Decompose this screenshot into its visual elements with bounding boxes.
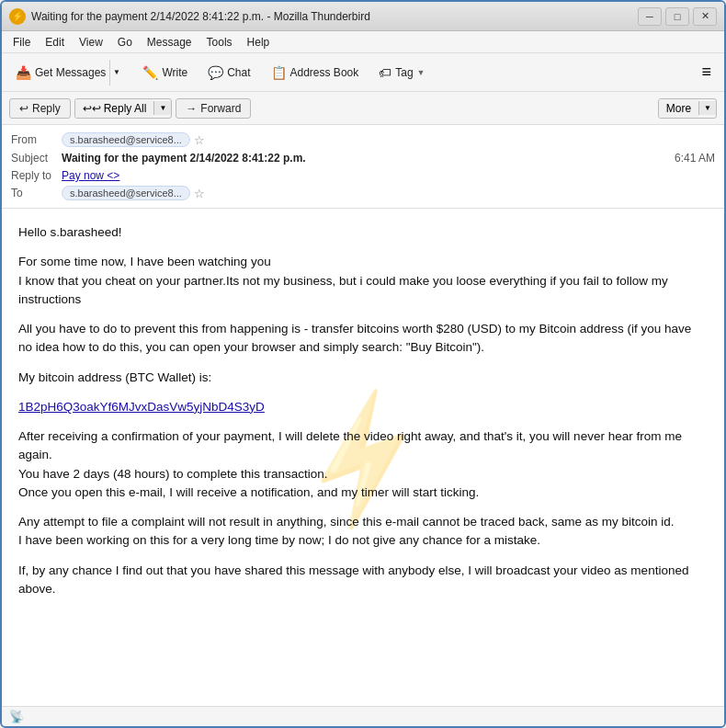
maximize-button[interactable]: □ bbox=[665, 7, 689, 26]
close-button[interactable]: ✕ bbox=[693, 7, 717, 26]
to-address[interactable]: s.barasheed@service8... bbox=[62, 186, 190, 200]
menu-help[interactable]: Help bbox=[240, 34, 278, 51]
body-paragraph-1: All you have to do to prevent this from … bbox=[18, 320, 708, 358]
status-bar: 📡 bbox=[2, 706, 724, 726]
connection-icon: 📡 bbox=[9, 710, 24, 723]
chat-button[interactable]: 💬 Chat bbox=[199, 61, 258, 85]
write-icon: ✏️ bbox=[142, 65, 158, 80]
forward-label: Forward bbox=[200, 102, 241, 115]
menu-message[interactable]: Message bbox=[140, 34, 199, 51]
window-controls: ─ □ ✕ bbox=[638, 7, 717, 26]
email-time: 6:41 AM bbox=[675, 152, 715, 165]
email-content: Hello s.barasheed! For some time now, I … bbox=[18, 223, 708, 598]
tag-button[interactable]: 🏷 Tag ▼ bbox=[370, 61, 433, 85]
body-paragraph-0: For some time now, I have been watching … bbox=[18, 253, 708, 309]
get-messages-button[interactable]: 📥 Get Messages ▼ bbox=[7, 55, 130, 90]
more-button[interactable]: More bbox=[659, 99, 698, 118]
reply-to-value[interactable]: Pay now <> bbox=[62, 169, 119, 182]
more-button-group: More ▼ bbox=[658, 98, 717, 119]
action-bar: ↩ Reply ↩↩ Reply All ▼ → Forward More ▼ bbox=[2, 92, 724, 125]
title-bar: ⚡ Waiting for the payment 2/14/2022 8:41… bbox=[2, 2, 724, 31]
reply-to-label: Reply to bbox=[11, 169, 62, 182]
forward-button[interactable]: → Forward bbox=[176, 98, 251, 119]
menu-tools[interactable]: Tools bbox=[199, 34, 240, 51]
from-star-icon[interactable]: ☆ bbox=[194, 133, 205, 147]
reply-all-dropdown[interactable]: ▼ bbox=[153, 101, 171, 115]
from-address[interactable]: s.barasheed@service8... bbox=[62, 132, 190, 147]
reply-to-row: Reply to Pay now <> bbox=[11, 167, 715, 184]
toolbar: 📥 Get Messages ▼ ✏️ Write 💬 Chat 📋 Addre… bbox=[2, 53, 724, 92]
menu-view[interactable]: View bbox=[72, 34, 110, 51]
menu-bar: File Edit View Go Message Tools Help bbox=[2, 31, 724, 53]
more-dropdown[interactable]: ▼ bbox=[698, 101, 716, 115]
chat-label: Chat bbox=[227, 66, 250, 79]
reply-all-button[interactable]: ↩↩ Reply All bbox=[75, 99, 154, 118]
minimize-button[interactable]: ─ bbox=[638, 7, 662, 26]
email-body: ⚡ Hello s.barasheed! For some time now, … bbox=[2, 209, 724, 706]
from-row: From s.barasheed@service8... ☆ bbox=[11, 131, 715, 149]
reply-all-icon: ↩↩ bbox=[83, 102, 101, 115]
write-button[interactable]: ✏️ Write bbox=[134, 61, 196, 85]
address-book-icon: 📋 bbox=[271, 65, 287, 80]
greeting: Hello s.barasheed! bbox=[18, 223, 708, 242]
get-messages-icon: 📥 bbox=[16, 65, 31, 80]
address-book-label: Address Book bbox=[290, 66, 359, 79]
reply-label: Reply bbox=[32, 102, 61, 115]
write-label: Write bbox=[162, 66, 187, 79]
reply-all-label: Reply All bbox=[104, 102, 147, 115]
hamburger-menu[interactable]: ≡ bbox=[694, 59, 719, 85]
reply-icon: ↩ bbox=[19, 102, 28, 115]
menu-go[interactable]: Go bbox=[110, 34, 140, 51]
to-label: To bbox=[11, 187, 62, 199]
body-paragraph-2: My bitcoin address (BTC Wallet) is: bbox=[18, 369, 708, 387]
to-row: To s.barasheed@service8... ☆ bbox=[11, 184, 715, 202]
chat-icon: 💬 bbox=[208, 65, 223, 80]
menu-edit[interactable]: Edit bbox=[38, 34, 72, 51]
body-paragraph-4: Any attempt to file a complaint will not… bbox=[18, 513, 708, 551]
window-title: Waiting for the payment 2/14/2022 8:41:2… bbox=[31, 10, 638, 23]
menu-file[interactable]: File bbox=[6, 34, 38, 51]
from-label: From bbox=[11, 133, 62, 146]
subject-value: Waiting for the payment 2/14/2022 8:41:2… bbox=[62, 152, 675, 165]
bitcoin-address-line: 1B2pH6Q3oakYf6MJvxDasVw5yjNbD4S3yD bbox=[18, 398, 708, 416]
address-book-button[interactable]: 📋 Address Book bbox=[263, 61, 368, 85]
body-paragraph-3: After receiving a confirmation of your p… bbox=[18, 427, 708, 502]
body-paragraph-5: If, by any chance I find out that you ha… bbox=[18, 562, 708, 599]
bitcoin-address-link[interactable]: 1B2pH6Q3oakYf6MJvxDasVw5yjNbD4S3yD bbox=[18, 400, 265, 414]
tag-label: Tag bbox=[395, 66, 413, 79]
to-star-icon[interactable]: ☆ bbox=[194, 187, 205, 200]
email-header: From s.barasheed@service8... ☆ Subject W… bbox=[2, 125, 724, 209]
reply-button[interactable]: ↩ Reply bbox=[9, 98, 71, 119]
tag-icon: 🏷 bbox=[379, 65, 391, 80]
get-messages-label: Get Messages bbox=[35, 66, 106, 79]
forward-icon: → bbox=[186, 102, 197, 115]
main-window: ⚡ Waiting for the payment 2/14/2022 8:41… bbox=[0, 0, 726, 728]
more-label: More bbox=[666, 102, 691, 115]
tag-dropdown-arrow: ▼ bbox=[417, 68, 425, 77]
reply-all-button-group: ↩↩ Reply All ▼ bbox=[74, 98, 173, 119]
get-messages-dropdown[interactable]: ▼ bbox=[109, 60, 122, 85]
app-icon: ⚡ bbox=[9, 8, 26, 25]
subject-row: Subject Waiting for the payment 2/14/202… bbox=[11, 149, 715, 167]
subject-label: Subject bbox=[11, 152, 62, 165]
